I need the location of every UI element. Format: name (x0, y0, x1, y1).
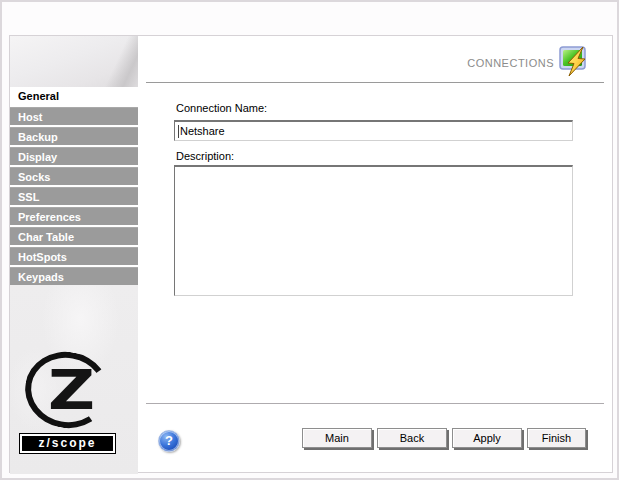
sidebar-item-host[interactable]: Host (10, 107, 138, 125)
connections-monitor-lightning-icon (559, 46, 593, 78)
connection-name-input[interactable]: Netshare (174, 120, 573, 141)
zscope-logo-wordmark: z/scope (20, 434, 115, 453)
zscope-logo-letter: Z (48, 363, 95, 418)
apply-button[interactable]: Apply (452, 428, 522, 448)
sidebar-item-char-table[interactable]: Char Table (10, 227, 138, 245)
settings-panel: General Host Backup Display Socks SSL Pr… (9, 35, 613, 473)
sidebar-item-hotspots[interactable]: HotSpots (10, 247, 138, 265)
footer-divider (146, 403, 604, 404)
description-label: Description: (176, 150, 234, 162)
connection-name-label: Connection Name: (176, 102, 267, 114)
sidebar-item-socks[interactable]: Socks (10, 167, 138, 185)
text-caret (178, 125, 179, 138)
sidebar-item-backup[interactable]: Backup (10, 127, 138, 145)
header-divider (146, 82, 604, 83)
main-button[interactable]: Main (302, 428, 372, 448)
sidebar: General Host Backup Display Socks SSL Pr… (10, 36, 138, 472)
description-textarea[interactable] (174, 165, 573, 296)
sidebar-item-general[interactable]: General (10, 87, 138, 105)
sidebar-item-preferences[interactable]: Preferences (10, 207, 138, 225)
finish-button[interactable]: Finish (527, 428, 586, 448)
sidebar-item-keypads[interactable]: Keypads (10, 267, 138, 285)
sidebar-logo-area: Z z/scope (10, 285, 138, 474)
connection-name-value: Netshare (180, 125, 225, 137)
sidebar-nav: General Host Backup Display Socks SSL Pr… (10, 87, 138, 287)
sidebar-item-ssl[interactable]: SSL (10, 187, 138, 205)
section-title: CONNECTIONS (467, 57, 554, 69)
sidebar-texture (10, 36, 138, 87)
sidebar-item-display[interactable]: Display (10, 147, 138, 165)
back-button[interactable]: Back (377, 428, 447, 448)
help-icon[interactable]: ? (158, 430, 180, 452)
zscope-settings-window: General Host Backup Display Socks SSL Pr… (0, 0, 619, 480)
